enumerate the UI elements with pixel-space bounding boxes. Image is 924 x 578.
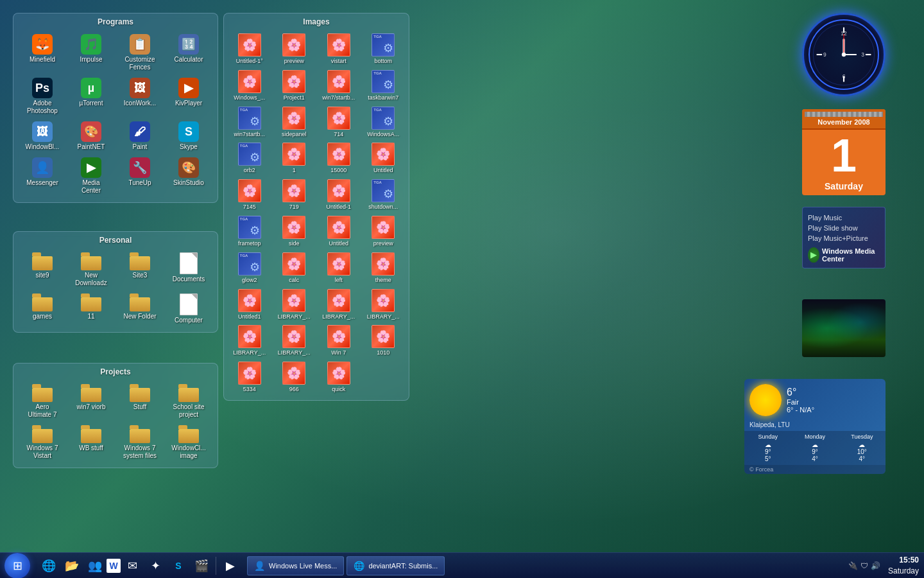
start-button[interactable]: ⊞	[0, 553, 35, 579]
forecast-day: Monday ☁ 9°4°	[791, 434, 838, 462]
taskbar-btn-deviantart[interactable]: 🌐 deviantART: Submis...	[346, 556, 445, 575]
taskbar-mail-icon[interactable]: ✉	[121, 554, 144, 577]
taskbar-btn-messenger[interactable]: 👤 Windows Live Mess...	[247, 556, 344, 575]
list-item[interactable]: 🌸quick	[317, 360, 361, 395]
media-play-music[interactable]: Play Music	[808, 213, 880, 223]
media-play-music-picture[interactable]: Play Music+Picture	[808, 233, 880, 243]
list-item[interactable]: 🌸Win 7	[317, 323, 361, 358]
list-item[interactable]: Documents	[165, 250, 212, 290]
list-item[interactable]: WindowCl... image	[165, 423, 212, 462]
list-item[interactable]: Computer	[165, 291, 212, 327]
list-item[interactable]: 🌸7145	[228, 177, 271, 213]
list-item[interactable]: 🖌Paint	[116, 119, 164, 153]
list-item[interactable]: 🌸Project1	[273, 68, 316, 103]
list-item[interactable]: 🌸LIBRARY_...	[273, 287, 316, 322]
list-item[interactable]: win7 viorb	[67, 381, 115, 421]
list-item[interactable]: 🌸preview	[362, 214, 406, 249]
fence-programs-title: Programs	[13, 13, 218, 29]
taskbar-explorer-icon[interactable]: 📂	[60, 554, 83, 577]
list-item[interactable]: TGA⚙glow2	[228, 250, 271, 286]
list-item[interactable]: New Folder	[116, 291, 164, 327]
list-item[interactable]: TGA⚙shutdown...	[362, 177, 406, 213]
list-item[interactable]: School site project	[165, 381, 212, 421]
list-item[interactable]: New Downloadz	[67, 250, 115, 290]
fence-personal-title: Personal	[13, 232, 218, 247]
list-item[interactable]: 🌸preview	[273, 31, 316, 67]
list-item[interactable]: Windows 7 Vistart	[19, 423, 66, 462]
list-item[interactable]: Aero Ultimate 7	[19, 381, 66, 421]
list-item[interactable]: TGA⚙win7startb...	[228, 105, 271, 140]
list-item[interactable]: µµTorrent	[67, 75, 115, 118]
taskbar-extra-icon[interactable]: ▶	[219, 554, 242, 577]
list-item[interactable]: 🖼WindowBl...	[19, 119, 66, 153]
list-item[interactable]: 🔢Calculator	[165, 31, 212, 74]
media-play-slideshow[interactable]: Play Slide show	[808, 223, 880, 233]
list-item[interactable]: 🌸theme	[362, 250, 406, 286]
list-item[interactable]: 🎵Impulse	[67, 31, 115, 74]
list-item[interactable]: 🌸Untitled-1°	[228, 31, 271, 67]
list-item[interactable]: Stuff	[116, 381, 164, 421]
list-item[interactable]: 🌸714	[317, 105, 361, 140]
list-item[interactable]: 🌸calc	[273, 250, 316, 286]
tray-shield-icon[interactable]: 🛡	[860, 561, 868, 570]
list-item[interactable]: 🌸Untitled	[362, 141, 406, 176]
icon-img: 🌸	[327, 70, 350, 93]
list-item[interactable]: site9	[19, 250, 66, 290]
taskbar-media-icon[interactable]: 🎬	[190, 554, 213, 577]
list-item[interactable]: 🌸left	[317, 250, 361, 286]
list-item[interactable]: 🦊Minefield	[19, 31, 66, 74]
taskbar-users-icon[interactable]: 👥	[83, 554, 107, 577]
icon-label: orb2	[244, 167, 255, 174]
list-item[interactable]: 🌸vistart	[317, 31, 361, 67]
list-item[interactable]: PsAdobe Photoshop	[19, 75, 66, 118]
list-item[interactable]: 🌸15000	[317, 141, 361, 176]
taskbar-skype-icon[interactable]: S	[167, 554, 190, 577]
list-item[interactable]: SSkype	[165, 119, 212, 153]
list-item[interactable]: games	[19, 291, 66, 327]
list-item[interactable]: TGA⚙WindowsA...	[362, 105, 406, 140]
list-item[interactable]: Site3	[116, 250, 164, 290]
list-item[interactable]: 🌸side	[273, 214, 316, 249]
list-item[interactable]: ▶Media Center	[67, 155, 115, 197]
list-item[interactable]: WB stuff	[67, 423, 115, 462]
list-item[interactable]: 🌸5334	[228, 360, 271, 395]
list-item[interactable]: 📋Customize Fences	[116, 31, 164, 74]
list-item[interactable]: 🌸LIBRARY_...	[228, 323, 271, 358]
svg-text:6: 6	[843, 73, 846, 80]
tray-volume-icon[interactable]: 🔊	[871, 561, 880, 570]
icon-label: Media Center	[73, 179, 110, 195]
list-item[interactable]: TGA⚙taskbarwin7	[362, 68, 406, 103]
list-item[interactable]: 🌸LIBRARY_...	[362, 287, 406, 322]
taskbar-ie-icon[interactable]: 🌐	[37, 554, 60, 577]
list-item[interactable]: 🎨PaintNET	[67, 119, 115, 153]
list-item[interactable]: 🌸966	[273, 360, 316, 395]
list-item[interactable]: 🌸LIBRARY_...	[317, 287, 361, 322]
icon-img	[81, 252, 101, 270]
list-item[interactable]: 👤Messenger	[19, 155, 66, 197]
list-item[interactable]: Windows 7 system files	[116, 423, 164, 462]
list-item[interactable]: 🎨SkinStudio	[165, 155, 212, 197]
list-item[interactable]: TGA⚙bottom	[362, 31, 406, 67]
list-item[interactable]: 🌸sidepanel	[273, 105, 316, 140]
list-item[interactable]: 🌸1010	[362, 323, 406, 358]
list-item[interactable]: ▶KivPlayer	[165, 75, 212, 118]
list-item[interactable]: TGA⚙orb2	[228, 141, 271, 176]
list-item[interactable]: 🌸Untitled	[317, 214, 361, 249]
tray-network-icon[interactable]: 🔌	[848, 561, 858, 570]
list-item[interactable]: 🌸719	[273, 177, 316, 213]
list-item[interactable]: 🌸Untitled1	[228, 287, 271, 322]
list-item[interactable]: 🌸LIBRARY_...	[273, 323, 316, 358]
svg-text:12: 12	[841, 30, 847, 37]
taskbar-word-icon[interactable]: W	[107, 559, 121, 573]
list-item[interactable]: 🔧TuneUp	[116, 155, 164, 197]
icon-img: 🌸	[282, 70, 305, 93]
list-item[interactable]: 🌸win7/startb...	[317, 68, 361, 103]
taskbar-star-icon[interactable]: ✦	[144, 554, 167, 577]
list-item[interactable]: TGA⚙frametop	[228, 214, 271, 249]
list-item[interactable]: 🌸Untitled-1	[317, 177, 361, 213]
icon-label: 7145	[243, 204, 256, 211]
list-item[interactable]: 🌸1	[273, 141, 316, 176]
list-item[interactable]: 11	[67, 291, 115, 327]
list-item[interactable]: 🖼IconWork...	[116, 75, 164, 118]
list-item[interactable]: 🌸Windows_...	[228, 68, 271, 103]
